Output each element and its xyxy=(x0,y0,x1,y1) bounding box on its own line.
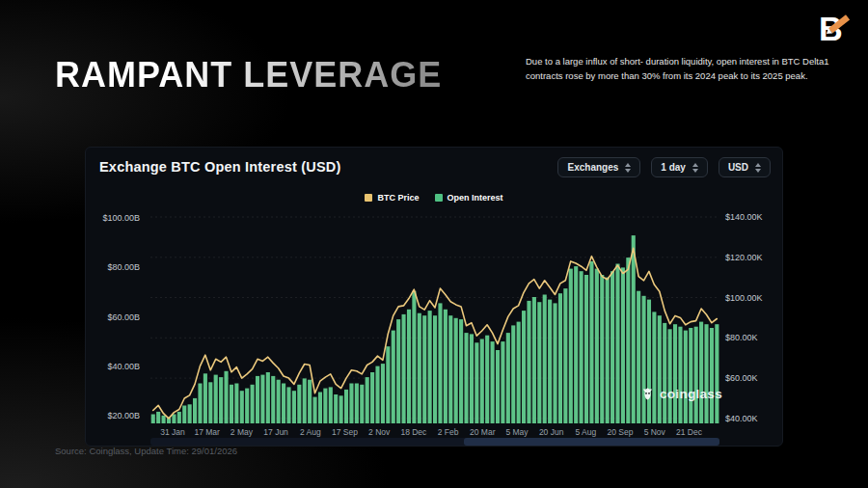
updown-chevron-icon xyxy=(692,163,698,173)
x-axis-tick: 2 Nov xyxy=(368,427,390,437)
zoom-navigator-thumb[interactable] xyxy=(464,438,720,446)
left-y-axis: $100.00B$80.00B$60.00B$40.00B$20.00B xyxy=(86,208,144,425)
chart-canvas[interactable] xyxy=(150,208,719,425)
plot-area[interactable] xyxy=(150,208,719,425)
x-axis-tick: 17 Sep xyxy=(332,427,358,437)
right-axis-tick: $100.00K xyxy=(725,293,763,303)
x-axis-tick: 2 May xyxy=(231,427,253,437)
page-title: RAMPANT LEVERAGE xyxy=(55,55,442,95)
interval-dropdown[interactable]: 1 day xyxy=(651,157,708,177)
x-axis-tick: 5 Nov xyxy=(644,427,665,437)
slide-description: Due to a large influx of short- duration… xyxy=(526,55,849,83)
x-axis-tick: 20 Jun xyxy=(539,427,564,437)
x-axis-tick: 20 Sep xyxy=(608,427,634,437)
slide: { "slide": { "title": "RAMPANT LEVERAGE"… xyxy=(0,0,868,488)
left-axis-tick: $20.00B xyxy=(107,411,140,420)
exchanges-dropdown[interactable]: Exchanges xyxy=(557,157,640,177)
brand-b-logo-icon: B xyxy=(816,11,856,47)
source-note: Source: Coinglass, Update Time: 29/01/20… xyxy=(55,446,237,456)
right-axis-tick: $140.00K xyxy=(725,212,763,222)
x-axis-tick: 17 Jun xyxy=(263,427,288,437)
interval-dropdown-label: 1 day xyxy=(661,162,686,173)
coinglass-bull-icon xyxy=(640,387,655,401)
chart-controls: Exchanges 1 day USD xyxy=(557,157,771,177)
chart-title: Exchange BTC Open Interest (USD) xyxy=(99,159,341,175)
updown-chevron-icon xyxy=(625,163,631,173)
exchanges-dropdown-label: Exchanges xyxy=(567,162,618,173)
legend-item-btc-price[interactable]: BTC Price xyxy=(365,193,419,203)
x-axis-tick: 20 Mar xyxy=(470,427,495,437)
right-axis-tick: $120.00K xyxy=(725,253,763,262)
x-axis-tick: 31 Jan xyxy=(160,427,185,437)
x-axis-tick: 18 Dec xyxy=(400,427,426,437)
x-axis-tick: 5 Aug xyxy=(575,427,596,437)
right-axis-tick: $40.00K xyxy=(725,414,758,423)
left-axis-tick: $60.00B xyxy=(107,312,140,322)
left-axis-tick: $100.00B xyxy=(102,213,140,223)
x-axis-tick: 17 Mar xyxy=(194,427,219,437)
currency-dropdown-label: USD xyxy=(728,162,748,173)
open-interest-bars xyxy=(151,235,719,423)
x-axis-tick: 2 Aug xyxy=(300,427,321,437)
updown-chevron-icon xyxy=(755,163,761,173)
x-axis-tick: 2 Feb xyxy=(438,427,459,437)
legend-label: BTC Price xyxy=(377,193,419,203)
chart-legend: BTC Price Open Interest xyxy=(86,193,782,203)
zoom-navigator xyxy=(150,438,719,446)
chart-panel: Exchange BTC Open Interest (USD) Exchang… xyxy=(85,147,783,447)
right-axis-tick: $60.00K xyxy=(725,373,758,383)
x-axis-tick: 21 Dec xyxy=(676,427,702,437)
left-axis-tick: $80.00B xyxy=(107,262,140,272)
right-axis-tick: $80.00K xyxy=(725,333,758,342)
btc-price-swatch-icon xyxy=(365,194,372,202)
left-axis-tick: $40.00B xyxy=(107,362,140,371)
open-interest-swatch-icon xyxy=(435,194,443,202)
legend-label: Open Interest xyxy=(448,193,503,203)
x-axis-tick: 5 May xyxy=(505,427,528,437)
right-y-axis: $140.00K$120.00K$100.00K$80.00K$60.00K$4… xyxy=(725,208,781,425)
legend-item-open-interest[interactable]: Open Interest xyxy=(435,193,503,203)
currency-dropdown[interactable]: USD xyxy=(719,157,771,177)
coinglass-watermark: coinglass xyxy=(640,387,722,401)
coinglass-watermark-label: coinglass xyxy=(660,387,722,401)
